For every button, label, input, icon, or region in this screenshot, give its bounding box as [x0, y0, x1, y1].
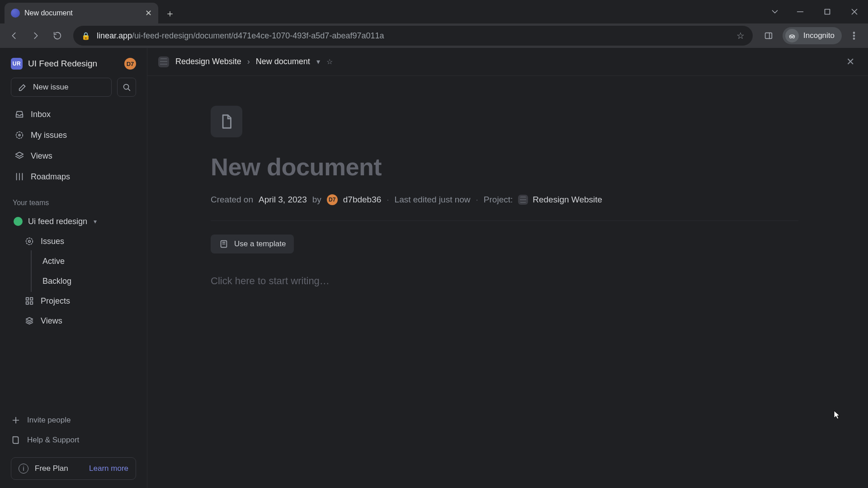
workspace-name: UI Feed Redesign — [28, 59, 119, 69]
url-text: linear.app/ui-feed-redesign/document/d47… — [97, 31, 730, 41]
sidebar: UR UI Feed Redesign D7 New issue Inbox M… — [0, 48, 147, 488]
incognito-chip[interactable]: Incognito — [783, 27, 842, 44]
team-item-label: Issues — [41, 237, 64, 246]
address-bar[interactable]: 🔒 linear.app/ui-feed-redesign/document/d… — [73, 26, 753, 46]
breadcrumb-menu-chevron-icon[interactable]: ▾ — [316, 57, 320, 66]
team-item-issues[interactable]: Issues — [11, 232, 136, 250]
window-controls — [763, 0, 868, 23]
linear-favicon — [11, 9, 20, 18]
team-item-label: Projects — [41, 296, 70, 306]
last-edited-label: Last edited just now — [395, 195, 471, 205]
help-support-button[interactable]: Help & Support — [11, 431, 136, 449]
incognito-label: Incognito — [803, 31, 835, 40]
team-item-views[interactable]: Views — [11, 312, 136, 330]
help-label: Help & Support — [27, 436, 79, 445]
nav-back-button[interactable] — [5, 26, 24, 45]
author-name[interactable]: d7bdeb36 — [343, 195, 382, 205]
sidebar-item-label: Roadmaps — [31, 172, 70, 182]
layers-icon — [14, 151, 24, 161]
layers-icon — [24, 316, 34, 326]
bookmark-star-icon[interactable]: ☆ — [736, 30, 745, 41]
team-item-projects[interactable]: Projects — [11, 292, 136, 310]
main-content: Redesign Website › New document ▾ ☆ ✕ Ne… — [147, 48, 868, 488]
created-on-prefix: Created on — [211, 195, 253, 205]
workspace-switcher[interactable]: UR UI Feed Redesign D7 — [11, 56, 136, 76]
svg-rect-16 — [26, 302, 29, 305]
team-item-label: Views — [41, 316, 62, 326]
document-area: New document Created on April 3, 2023 by… — [147, 76, 868, 488]
target-icon — [14, 130, 24, 140]
sidebar-item-roadmaps[interactable]: Roadmaps — [11, 167, 136, 186]
use-template-label: Use a template — [234, 239, 286, 249]
project-icon — [518, 195, 528, 205]
sidebar-item-views[interactable]: Views — [11, 146, 136, 165]
plan-box: i Free Plan Learn more — [11, 457, 136, 480]
team-name: Ui feed redesign — [28, 217, 87, 226]
svg-point-5 — [793, 36, 795, 38]
browser-menu-icon[interactable] — [844, 26, 863, 45]
invite-people-button[interactable]: Invite people — [11, 411, 136, 429]
favorite-star-icon[interactable]: ☆ — [326, 57, 333, 66]
book-icon — [11, 435, 21, 445]
new-issue-button[interactable]: New issue — [11, 78, 112, 97]
svg-rect-2 — [765, 33, 772, 39]
svg-point-4 — [790, 36, 792, 38]
new-issue-label: New issue — [33, 83, 68, 92]
lock-icon: 🔒 — [81, 32, 90, 40]
document-title-input[interactable]: New document — [211, 153, 798, 181]
project-label: Project: — [484, 195, 513, 205]
app-root: UR UI Feed Redesign D7 New issue Inbox M… — [0, 48, 868, 488]
team-color-dot — [14, 217, 23, 226]
tab-search-chevron-icon[interactable] — [763, 2, 787, 22]
side-panel-icon[interactable] — [759, 26, 778, 45]
browser-chrome: New document ✕ ＋ 🔒 linear.app/ui-feed-re… — [0, 0, 868, 48]
sidebar-item-label: Views — [31, 151, 52, 161]
search-button[interactable] — [117, 78, 136, 97]
project-link[interactable]: Redesign Website — [518, 195, 602, 205]
nav-forward-button[interactable] — [26, 26, 45, 45]
meta-separator-dot: · — [387, 195, 389, 205]
tab-title: New document — [24, 9, 141, 17]
nav-reload-button[interactable] — [48, 26, 67, 45]
invite-label: Invite people — [27, 416, 71, 425]
author-avatar-badge: D7 — [327, 194, 338, 205]
svg-point-8 — [854, 38, 855, 39]
sidebar-item-inbox[interactable]: Inbox — [11, 105, 136, 124]
compose-icon — [18, 82, 28, 92]
svg-rect-17 — [30, 302, 33, 305]
window-maximize-button[interactable] — [814, 2, 841, 22]
editor-placeholder[interactable]: Click here to start writing… — [211, 275, 798, 287]
info-icon: i — [19, 464, 28, 474]
document-icon-picker[interactable] — [211, 106, 242, 137]
project-icon[interactable] — [158, 56, 169, 67]
svg-rect-15 — [30, 298, 33, 300]
team-item-backlog[interactable]: Backlog — [11, 272, 136, 290]
team-row[interactable]: Ui feed redesign ▾ — [11, 212, 136, 230]
browser-toolbar: 🔒 linear.app/ui-feed-redesign/document/d… — [0, 23, 868, 48]
breadcrumb-project[interactable]: Redesign Website — [175, 57, 241, 66]
team-item-active[interactable]: Active — [11, 252, 136, 270]
roadmap-icon — [14, 172, 24, 182]
inbox-icon — [14, 109, 24, 119]
browser-tab[interactable]: New document ✕ — [5, 3, 158, 23]
breadcrumb-document[interactable]: New document — [256, 57, 310, 66]
breadcrumb-separator: › — [247, 57, 250, 66]
learn-more-link[interactable]: Learn more — [89, 464, 128, 473]
user-avatar-badge[interactable]: D7 — [124, 58, 136, 70]
window-minimize-button[interactable] — [787, 2, 814, 22]
svg-point-10 — [16, 132, 23, 139]
svg-point-12 — [26, 238, 33, 245]
issues-icon — [24, 236, 34, 246]
use-template-button[interactable]: Use a template — [211, 235, 294, 253]
tab-strip: New document ✕ ＋ — [0, 0, 868, 23]
close-panel-icon[interactable]: ✕ — [844, 53, 857, 70]
plus-icon — [11, 415, 21, 425]
document-icon — [218, 113, 235, 130]
sidebar-item-my-issues[interactable]: My issues — [11, 126, 136, 145]
svg-rect-14 — [26, 298, 29, 300]
sidebar-item-label: Inbox — [31, 110, 51, 119]
window-close-button[interactable] — [841, 2, 868, 22]
tab-close-icon[interactable]: ✕ — [145, 8, 152, 18]
new-tab-button[interactable]: ＋ — [163, 6, 177, 21]
svg-point-7 — [854, 35, 855, 37]
